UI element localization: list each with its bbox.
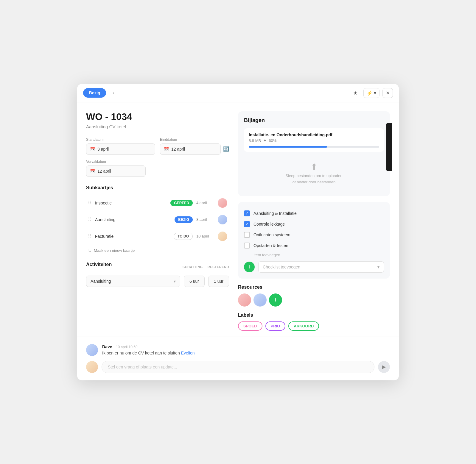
add-card-arrow-icon: ↳ <box>88 248 91 253</box>
comment-text-content: Ik ben er nu om de CV ketel aan te sluit… <box>102 351 181 355</box>
checkbox-unchecked[interactable] <box>244 243 250 249</box>
subcard-date: 10 april <box>196 234 214 238</box>
main-content: WO - 1034 Aansluiting CV ketel Startdatu… <box>77 102 399 337</box>
labels-title: Labels <box>238 313 390 318</box>
activiteiten-row: Aansluiting ▾ 6 uur 1 uur <box>86 276 229 287</box>
avatar <box>218 198 227 208</box>
resources-title: Resources <box>238 285 390 290</box>
labels-row: SPOED PRIO AKKOORD <box>238 321 390 331</box>
checklist-item-label: Opstarten & testen <box>253 243 288 248</box>
close-button[interactable]: ✕ <box>382 88 393 98</box>
subcard-item: ⠿ Inspectie GEREED 4 april <box>86 195 229 211</box>
checklist-select[interactable]: Checklist toevoegen ▾ <box>258 261 384 273</box>
work-order-title: WO - 1034 <box>86 111 229 122</box>
star-icon: ★ <box>353 90 357 96</box>
subcard-name: Facturatie <box>95 234 170 239</box>
einddatum-value: 12 april <box>171 147 185 151</box>
checklist-item-label: Ontluchten systeem <box>253 232 290 237</box>
add-checklist-button[interactable]: + <box>244 262 255 272</box>
dates-grid: Startdatum 📅 3 april Einddatum 📅 12 apri… <box>86 138 229 155</box>
einddatum-input[interactable]: 📅 12 april <box>160 143 221 155</box>
startdatum-label: Startdatum <box>86 138 155 142</box>
startdatum-value: 3 april <box>97 147 109 151</box>
checkbox-checked[interactable]: ✓ <box>244 210 250 216</box>
progress-bar-fill <box>249 146 327 148</box>
add-resource-button[interactable]: + <box>269 293 282 307</box>
startdatum-input[interactable]: 📅 3 april <box>86 143 155 155</box>
subcard-name: Aansluiting <box>95 217 171 222</box>
modal-container: Bezig → ★ ⚡ ▾ ✕ WO - 1034 Aansluiting CV… <box>77 84 399 380</box>
calendar-icon-verval: 📅 <box>90 169 95 174</box>
vervaldatum-input[interactable]: 📅 12 april <box>86 165 146 177</box>
star-button[interactable]: ★ <box>350 88 360 98</box>
comment-text: Ik ben er nu om de CV ketel aan te sluit… <box>102 351 195 355</box>
label-prio[interactable]: PRIO <box>265 321 286 331</box>
vervaldatum-label: Vervaldatum <box>86 160 229 164</box>
subkaartjes-title: Subkaartjes <box>86 185 229 190</box>
comment-header: Dave 10 april 10:59 <box>102 344 195 349</box>
calendar-icon-start: 📅 <box>90 147 95 151</box>
comments-section: Dave 10 april 10:59 Ik ben er nu om de C… <box>77 337 399 380</box>
close-icon: ✕ <box>386 90 390 96</box>
labels-section: Labels SPOED PRIO AKKOORD <box>238 313 390 331</box>
right-column: Bijlagen Installatie- en Onderhoudshandl… <box>238 111 390 337</box>
checkbox-unchecked[interactable] <box>244 232 250 238</box>
comment-input[interactable] <box>102 361 374 373</box>
checklist-chevron-icon: ▾ <box>377 265 379 269</box>
upload-subtext: of blader door bestanden <box>293 180 336 184</box>
topbar: Bezig → ★ ⚡ ▾ ✕ <box>77 84 399 102</box>
subcard-item: ⠿ Facturatie TO DO 10 april <box>86 229 229 244</box>
resterend-label: RESTEREND <box>208 265 229 269</box>
status-badge-todo: TO DO <box>174 233 193 240</box>
label-akkoord[interactable]: AKKOORD <box>288 321 319 331</box>
resources-avatars: + <box>238 293 390 307</box>
lightning-button[interactable]: ⚡ ▾ <box>363 88 379 98</box>
refresh-button[interactable]: 🔄 <box>223 146 229 152</box>
status-badge-bezig: BEZIG <box>175 216 193 223</box>
status-badge-gereed: GEREED <box>170 200 193 206</box>
bijlagen-title: Bijlagen <box>244 117 384 124</box>
left-column: WO - 1034 Aansluiting CV ketel Startdatu… <box>86 111 238 337</box>
add-item-text[interactable]: Item toevoegen <box>244 251 384 257</box>
subcard-date: 4 april <box>196 201 214 205</box>
send-button[interactable]: ▶ <box>378 361 390 373</box>
comment-mention-link[interactable]: Evelien <box>181 351 195 355</box>
startdatum-field: Startdatum 📅 3 april <box>86 138 155 155</box>
lightning-icon: ⚡ <box>367 90 373 96</box>
checklist-item: ✓ Controle lekkage <box>244 219 384 229</box>
avatar <box>218 215 227 224</box>
upload-icon: ⬆ <box>311 162 318 172</box>
add-card-button[interactable]: ↳ Maak een nieuw kaartje <box>86 246 136 255</box>
drag-handle-icon[interactable]: ⠿ <box>88 217 91 222</box>
einddatum-row: 📅 12 april 🔄 <box>160 143 229 155</box>
arrow-button[interactable]: → <box>110 90 115 96</box>
avatar <box>218 232 227 241</box>
checkbox-checked[interactable]: ✓ <box>244 221 250 227</box>
side-decoration <box>386 123 392 171</box>
add-checklist-row: + Checklist toevoegen ▾ <box>244 261 384 273</box>
activity-chevron-icon: ▾ <box>174 279 176 284</box>
drag-handle-icon[interactable]: ⠿ <box>88 233 91 239</box>
subkaartjes-section: Subkaartjes ⠿ Inspectie GEREED 4 april ⠿… <box>86 185 229 255</box>
comment-body: Dave 10 april 10:59 Ik ben er nu om de C… <box>102 344 195 356</box>
checklist-item-label: Controle lekkage <box>253 222 285 226</box>
comment-input-row: ▶ <box>86 361 390 373</box>
upload-zone[interactable]: ⬆ Sleep bestanden om te uploaden of blad… <box>244 156 384 190</box>
einddatum-label: Einddatum <box>160 138 229 142</box>
lightning-chevron-icon: ▾ <box>374 90 376 96</box>
file-card: Installatie- en Onderhoudshandleiding.pd… <box>244 128 384 152</box>
comment-author: Dave <box>102 344 112 349</box>
subcard-date: 8 april <box>196 217 214 222</box>
comment-input-avatar <box>86 361 98 373</box>
resources-section: Resources + <box>238 285 390 307</box>
resource-avatar-1 <box>238 293 251 307</box>
status-button[interactable]: Bezig <box>83 88 106 98</box>
drag-handle-icon[interactable]: ⠿ <box>88 200 91 206</box>
comment-timestamp: 10 april 10:59 <box>116 345 138 349</box>
topbar-left: Bezig → <box>83 88 115 98</box>
activity-select[interactable]: Aansluiting ▾ <box>86 276 180 287</box>
resource-avatar-2 <box>253 293 267 307</box>
progress-bar-background <box>249 146 379 148</box>
subcard-list: ⠿ Inspectie GEREED 4 april ⠿ Aansluiting… <box>86 195 229 244</box>
label-spoed[interactable]: SPOED <box>238 321 262 331</box>
